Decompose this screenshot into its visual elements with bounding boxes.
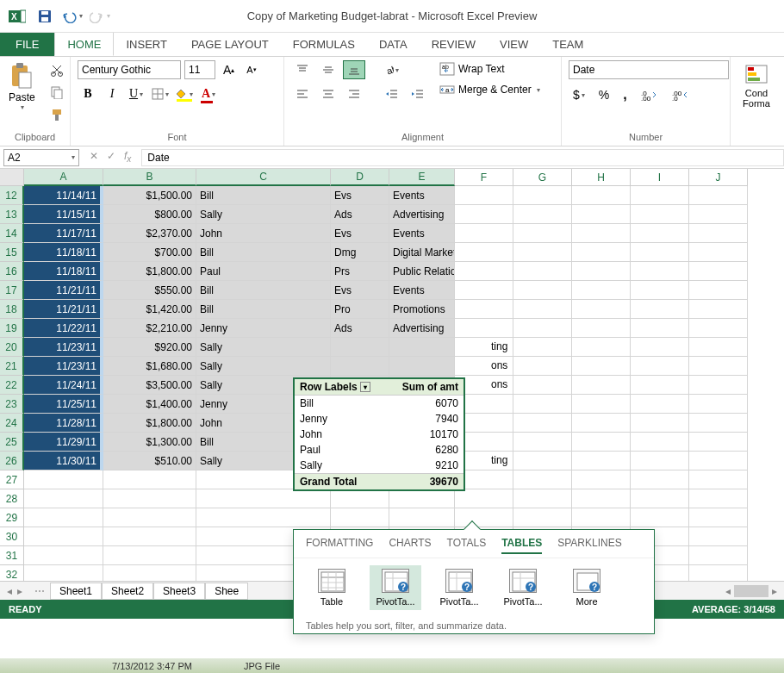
row-header-12[interactable]: 12 [0, 186, 24, 205]
fill-color-button[interactable]: ▾ [174, 84, 195, 103]
ribbon-tab-team[interactable]: TEAM [540, 32, 595, 56]
cell-D13[interactable]: Ads [331, 205, 389, 224]
cell-J28[interactable] [689, 489, 748, 508]
row-header-28[interactable]: 28 [0, 489, 24, 508]
cell-J25[interactable] [689, 433, 748, 452]
cell-F20[interactable] [455, 338, 513, 357]
column-header-E[interactable]: E [389, 169, 455, 186]
qa-tab-formatting[interactable]: FORMATTING [306, 537, 373, 554]
cell-A16[interactable]: 11/18/11 [24, 262, 103, 281]
cell-E17[interactable]: Events [389, 281, 455, 300]
decrease-indent-icon[interactable] [381, 84, 403, 103]
cell-B17[interactable]: $550.00 [103, 281, 196, 300]
column-header-A[interactable]: A [24, 169, 103, 186]
comma-format-icon[interactable]: , [619, 84, 631, 105]
cell-B19[interactable]: $2,210.00 [103, 319, 196, 338]
cell-D12[interactable]: Evs [331, 186, 389, 205]
cell-E29[interactable] [389, 508, 455, 527]
cell-J31[interactable] [689, 546, 748, 565]
cell-A17[interactable]: 11/21/11 [24, 281, 103, 300]
cell-B16[interactable]: $1,800.00 [103, 262, 196, 281]
cell-A15[interactable]: 11/18/11 [24, 243, 103, 262]
column-header-G[interactable]: G [513, 169, 572, 186]
qa-tab-charts[interactable]: CHARTS [389, 537, 431, 554]
cell-G22[interactable] [513, 376, 572, 395]
format-painter-icon[interactable] [46, 105, 68, 124]
enter-formula-icon[interactable]: ✓ [107, 150, 115, 164]
qa-item-4[interactable]: ?More [561, 565, 613, 610]
cell-I15[interactable] [631, 243, 689, 262]
cell-F29[interactable] [455, 508, 513, 527]
cell-B26[interactable]: $510.00 [103, 452, 196, 470]
cell-B28[interactable] [103, 489, 196, 508]
cell-H16[interactable] [572, 262, 631, 281]
qa-item-1[interactable]: ?PivotTa... [370, 565, 421, 610]
cell-A23[interactable]: 11/25/11 [24, 395, 103, 414]
cell-E28[interactable] [389, 489, 455, 508]
cancel-formula-icon[interactable]: ✕ [90, 150, 98, 164]
row-header-18[interactable]: 18 [0, 300, 24, 319]
accounting-format-icon[interactable]: $▾ [569, 84, 589, 105]
cell-B18[interactable]: $1,420.00 [103, 300, 196, 319]
cell-E16[interactable]: Public Relations [389, 262, 455, 281]
name-box[interactable]: A2 ▾ [3, 149, 79, 166]
hscroll-track[interactable] [734, 585, 768, 597]
cell-A21[interactable]: 11/23/11 [24, 357, 103, 376]
cell-I12[interactable] [631, 186, 689, 205]
cell-A29[interactable] [24, 508, 103, 527]
cell-F28[interactable] [455, 489, 513, 508]
cell-H14[interactable] [572, 224, 631, 243]
name-box-dropdown-icon[interactable]: ▾ [72, 153, 75, 161]
cell-A27[interactable] [24, 470, 103, 489]
row-header-23[interactable]: 23 [0, 395, 24, 414]
row-header-17[interactable]: 17 [0, 281, 24, 300]
cell-A25[interactable]: 11/29/11 [24, 433, 103, 452]
cell-C29[interactable] [196, 508, 331, 527]
cell-G20[interactable] [513, 338, 572, 357]
increase-font-icon[interactable]: A▴ [219, 60, 239, 79]
cell-F13[interactable] [455, 205, 513, 224]
cell-F19[interactable] [455, 319, 513, 338]
cell-C12[interactable]: Bill [196, 186, 331, 205]
cell-D16[interactable]: Prs [331, 262, 389, 281]
borders-button[interactable]: ▾ [150, 84, 171, 103]
row-header-16[interactable]: 16 [0, 262, 24, 281]
cell-B12[interactable]: $1,500.00 [103, 186, 196, 205]
cell-B24[interactable]: $1,800.00 [103, 414, 196, 433]
undo-icon[interactable]: ▾ [62, 6, 83, 27]
cell-J24[interactable] [689, 414, 748, 433]
cell-A19[interactable]: 11/22/11 [24, 319, 103, 338]
row-header-31[interactable]: 31 [0, 546, 24, 565]
cell-I23[interactable] [631, 395, 689, 414]
file-tab[interactable]: FILE [0, 32, 54, 56]
qa-item-2[interactable]: ?PivotTa... [433, 565, 485, 610]
ribbon-tab-view[interactable]: VIEW [488, 32, 540, 56]
row-header-13[interactable]: 13 [0, 205, 24, 224]
sheet-tab-sheet1[interactable]: Sheet1 [50, 583, 102, 600]
cell-E18[interactable]: Promotions [389, 300, 455, 319]
cell-C17[interactable]: Bill [196, 281, 331, 300]
cell-J27[interactable] [689, 470, 748, 489]
cell-A18[interactable]: 11/21/11 [24, 300, 103, 319]
cell-G23[interactable] [513, 395, 572, 414]
cell-B21[interactable]: $1,680.00 [103, 357, 196, 376]
number-format-input[interactable] [569, 60, 729, 79]
cell-I16[interactable] [631, 262, 689, 281]
cell-F14[interactable] [455, 224, 513, 243]
cell-H22[interactable] [572, 376, 631, 395]
row-header-21[interactable]: 21 [0, 357, 24, 376]
cell-G14[interactable] [513, 224, 572, 243]
align-left-icon[interactable] [291, 84, 314, 103]
cell-E19[interactable]: Advertising [389, 319, 455, 338]
hscroll-left-icon[interactable]: ◂ [725, 585, 731, 597]
cell-E15[interactable]: Digital Marketing [389, 243, 455, 262]
column-header-H[interactable]: H [572, 169, 631, 186]
cell-E13[interactable]: Advertising [389, 205, 455, 224]
cell-D19[interactable]: Ads [331, 319, 389, 338]
cell-A30[interactable] [24, 527, 103, 546]
qa-tab-sparklines[interactable]: SPARKLINES [557, 537, 621, 554]
sheet-tab-sheet3[interactable]: Sheet3 [153, 583, 205, 600]
cell-I22[interactable] [631, 376, 689, 395]
cell-F21[interactable] [455, 357, 513, 376]
cell-H15[interactable] [572, 243, 631, 262]
